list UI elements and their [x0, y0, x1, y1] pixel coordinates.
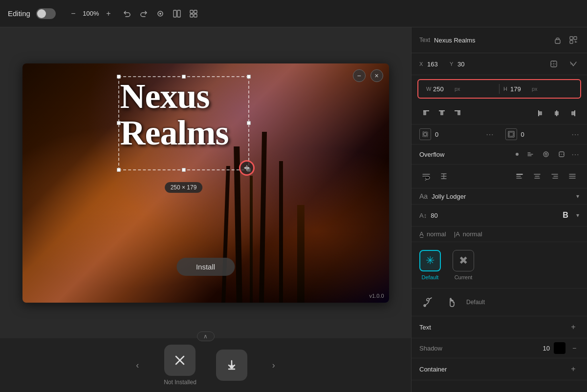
overflow-icon-3[interactable]	[556, 148, 567, 160]
padding-icon-2	[505, 128, 517, 140]
text-section-add-button[interactable]: +	[567, 321, 579, 333]
constrain-icon[interactable]	[548, 58, 560, 70]
nav-item-download	[216, 350, 247, 381]
y-value[interactable]: 30	[457, 61, 472, 68]
panel-lock-button[interactable]	[552, 34, 564, 46]
font-dropdown-button[interactable]: ▾	[576, 193, 579, 200]
nav-right-arrow[interactable]: ›	[267, 358, 281, 372]
overflow-more[interactable]: ⋯	[571, 150, 579, 159]
text-expand-button[interactable]	[437, 169, 451, 183]
nav-item-x: Not Installed	[164, 345, 196, 386]
align-top-left-button[interactable]	[419, 106, 433, 120]
flip-icon[interactable]	[567, 58, 579, 70]
spire-5	[279, 161, 283, 303]
redo-button[interactable]	[139, 9, 149, 19]
handle-top-mid[interactable]	[182, 75, 186, 79]
selection-box	[118, 76, 249, 170]
svg-point-1	[159, 13, 161, 15]
svg-rect-4	[190, 10, 193, 13]
svg-rect-5	[194, 10, 197, 13]
svg-point-36	[544, 152, 548, 157]
handle-mid-left[interactable]	[117, 121, 121, 125]
main-area: Nexus Realms 250 × 179 Install −	[0, 27, 587, 392]
expand-button[interactable]: ∧	[197, 331, 215, 341]
padding-more-2[interactable]: ⋯	[571, 130, 579, 139]
text-align-right-button[interactable]	[548, 169, 562, 183]
bottom-nav: ∧ ‹ Not Installed	[0, 338, 411, 392]
padding-value-1[interactable]: 0	[435, 131, 482, 138]
editing-toggle[interactable]	[36, 8, 56, 19]
style-normal-1[interactable]: normal	[427, 230, 446, 238]
padding-value-2[interactable]: 0	[521, 131, 568, 138]
paint-brush-icon[interactable]	[419, 293, 437, 311]
fontsize-value[interactable]: 80	[431, 212, 555, 219]
style-normal-2[interactable]: normal	[463, 230, 482, 238]
handle-mid-right[interactable]	[247, 121, 251, 125]
text-align-left-button[interactable]	[513, 169, 526, 183]
interaction-default-label-2: Default	[466, 299, 485, 306]
nav-icon-x-button[interactable]	[164, 345, 196, 376]
panel-link-button[interactable]	[567, 34, 579, 46]
interaction-current-button[interactable]: ✖	[453, 250, 474, 271]
toolbar-icons	[122, 8, 198, 20]
nav-left-arrow[interactable]: ‹	[130, 358, 144, 372]
align-top-right-button[interactable]	[451, 106, 464, 120]
install-button[interactable]: Install	[176, 258, 235, 276]
align-mid-left-button[interactable]	[534, 106, 548, 120]
h-input[interactable]	[510, 85, 530, 93]
text-align-justify-button[interactable]	[565, 169, 579, 183]
grid-tool[interactable]	[189, 9, 198, 19]
panel-type-label: Text	[419, 37, 430, 43]
expand-icon: ∧	[203, 333, 208, 340]
overflow-icon-1[interactable]	[524, 148, 536, 160]
shadow-minus-button[interactable]: −	[569, 343, 579, 353]
shadow-value[interactable]: 10	[543, 345, 550, 352]
canvas-close-button[interactable]: ×	[370, 69, 383, 82]
dot-tool[interactable]	[155, 9, 165, 19]
align-top-center-button[interactable]	[435, 106, 449, 120]
text-element[interactable]: Nexus Realms 250 × 179	[120, 78, 247, 168]
x-value[interactable]: 163	[427, 61, 442, 68]
resize-cursor[interactable]	[239, 160, 255, 176]
direction-row	[412, 165, 587, 188]
shadow-color-swatch[interactable]	[554, 342, 565, 354]
bold-button[interactable]: B	[559, 208, 572, 222]
zoom-out-button[interactable]: −	[67, 8, 79, 20]
bold-dropdown[interactable]: ▾	[576, 212, 579, 219]
align-mid-right-button[interactable]	[565, 106, 579, 120]
handle-top-left[interactable]	[117, 75, 121, 79]
interaction-default-label: Default	[422, 274, 439, 280]
layout-tool[interactable]	[172, 9, 182, 19]
zoom-in-button[interactable]: +	[103, 8, 114, 20]
overflow-icon-2[interactable]	[540, 148, 552, 160]
text-align-center-button[interactable]	[530, 169, 544, 183]
undo-button[interactable]	[122, 9, 132, 19]
text-wrap-button[interactable]	[419, 169, 433, 183]
style-italic-icon: |A	[454, 230, 460, 238]
undo-redo-group: − 100% +	[64, 8, 198, 20]
nav-icon-download-button[interactable]	[216, 350, 247, 381]
svg-rect-25	[455, 110, 460, 111]
text-add-icon: +	[571, 323, 575, 331]
spire-6	[297, 205, 304, 303]
size-row: W px H px	[417, 79, 581, 99]
align-mid-center-button[interactable]	[550, 106, 564, 120]
y-field: Y 30	[450, 61, 472, 68]
svg-rect-23	[439, 110, 445, 111]
w-unit: px	[455, 86, 460, 92]
shadow-label: Shadow	[419, 345, 539, 352]
top-bar-left: Editing	[8, 8, 56, 19]
handle-top-right[interactable]	[247, 75, 251, 79]
w-input[interactable]	[433, 85, 453, 93]
font-name[interactable]: Jolly Lodger	[432, 193, 572, 200]
canvas-minus-button[interactable]: −	[353, 69, 366, 82]
version-badge: v1.0.0	[370, 293, 384, 299]
right-panel: Text Nexus Realms	[411, 27, 587, 392]
hand-pointer-icon[interactable]	[443, 293, 460, 311]
handle-bottom-mid[interactable]	[182, 168, 186, 172]
fontsize-row: A↕ 80 B ▾	[412, 205, 587, 227]
container-section-add-button[interactable]: +	[567, 363, 579, 375]
handle-bottom-left[interactable]	[117, 168, 121, 172]
padding-more-1[interactable]: ⋯	[486, 130, 494, 139]
interaction-default-button[interactable]: ✳	[419, 250, 441, 271]
